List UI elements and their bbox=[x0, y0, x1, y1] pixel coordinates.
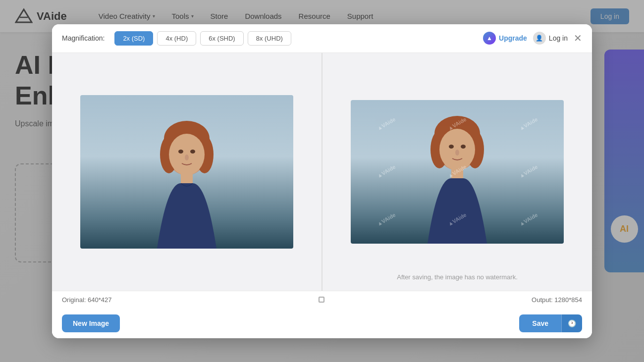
modal-left-panel bbox=[52, 53, 322, 291]
output-image: ▲VAide ▲VAide ▲VAide ▲VAide ▲VAide ▲VAid… bbox=[351, 100, 564, 244]
modal-login-button[interactable]: 👤 Log in bbox=[533, 32, 568, 45]
magnification-options: 2x (SD) 4x (HD) 6x (SHD) 8x (UHD) bbox=[114, 31, 291, 46]
footer-center bbox=[111, 297, 532, 303]
svg-point-16 bbox=[449, 145, 454, 149]
svg-point-9 bbox=[185, 155, 189, 160]
modal-dialog: Magnification: 2x (SD) 4x (HD) 6x (SHD) … bbox=[52, 24, 592, 338]
modal-topbar-right: ▲ Upgrade 👤 Log in ✕ bbox=[483, 32, 582, 45]
output-dimensions: Output: 1280*854 bbox=[532, 296, 582, 304]
person-silhouette-output bbox=[408, 105, 507, 244]
svg-point-8 bbox=[190, 150, 195, 154]
modal-footer: Original: 640*427 Output: 1280*854 bbox=[52, 291, 592, 309]
svg-rect-10 bbox=[181, 172, 193, 183]
svg-point-17 bbox=[461, 145, 466, 149]
close-button[interactable]: ✕ bbox=[574, 33, 582, 43]
magnification-label: Magnification: bbox=[62, 34, 105, 42]
mag-btn-8x[interactable]: 8x (UHD) bbox=[248, 31, 291, 46]
user-icon: 👤 bbox=[533, 32, 546, 45]
mag-btn-6x[interactable]: 6x (SHD) bbox=[200, 31, 243, 46]
upgrade-button[interactable]: ▲ Upgrade bbox=[483, 32, 527, 45]
original-image bbox=[80, 95, 293, 249]
modal-topbar: Magnification: 2x (SD) 4x (HD) 6x (SHD) … bbox=[52, 24, 592, 53]
clock-icon: 🕐 bbox=[568, 319, 576, 327]
mag-btn-2x[interactable]: 2x (SD) bbox=[114, 31, 153, 46]
modal-actions: New Image Save 🕐 bbox=[52, 309, 592, 338]
svg-rect-19 bbox=[451, 167, 463, 178]
mag-btn-4x[interactable]: 4x (HD) bbox=[157, 31, 196, 46]
save-dropdown-button[interactable]: 🕐 bbox=[561, 314, 582, 332]
upgrade-icon: ▲ bbox=[483, 32, 496, 45]
modal-right-panel: ▲VAide ▲VAide ▲VAide ▲VAide ▲VAide ▲VAid… bbox=[322, 53, 592, 291]
modal-image-area: ▲VAide ▲VAide ▲VAide ▲VAide ▲VAide ▲VAid… bbox=[52, 53, 592, 291]
person-silhouette bbox=[137, 110, 236, 249]
watermark-notice: After saving, the image has no watermark… bbox=[397, 273, 518, 281]
svg-point-18 bbox=[455, 150, 459, 155]
save-button[interactable]: Save bbox=[519, 314, 561, 332]
save-actions: Save 🕐 bbox=[519, 314, 582, 332]
svg-point-7 bbox=[178, 150, 183, 154]
divider-handle bbox=[319, 297, 324, 303]
original-dimensions: Original: 640*427 bbox=[62, 296, 111, 304]
new-image-button[interactable]: New Image bbox=[62, 314, 120, 332]
